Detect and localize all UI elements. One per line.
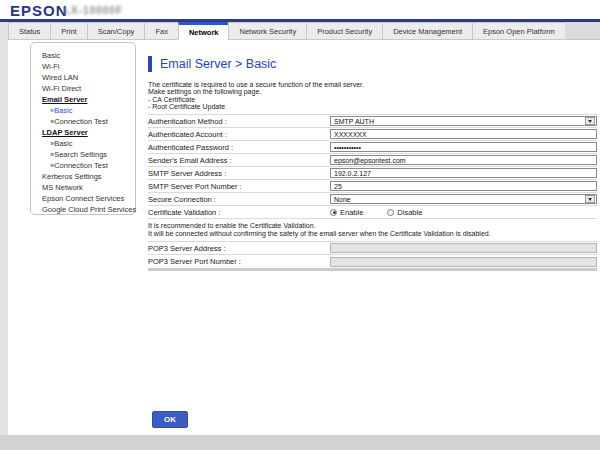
form-row-pop3-server-port: POP3 Server Port Number :	[148, 255, 597, 268]
sender-email-input[interactable]	[330, 155, 597, 165]
smtp-server-port-input[interactable]	[330, 181, 597, 191]
top-tab-bar: Status Print Scan/Copy Fax Network Netwo…	[8, 22, 600, 40]
tab-status[interactable]: Status	[8, 22, 51, 40]
tab-network[interactable]: Network	[178, 22, 230, 40]
main-content: Email Server > Basic The certificate is …	[148, 55, 597, 271]
pop3-server-address-input	[330, 243, 597, 253]
sidebar-item-google-cloud-print-services[interactable]: Google Cloud Print Services	[31, 204, 135, 215]
intro-line: Make settings on the following page.	[148, 88, 597, 95]
radio-enable-label: Enable	[340, 208, 363, 217]
sidebar-item-wifi[interactable]: Wi-Fi	[31, 61, 135, 72]
tab-bar-filler	[565, 22, 600, 40]
certificate-validation-note: It is recommended to enable the Certific…	[148, 219, 597, 241]
tab-device-management[interactable]: Device Management	[382, 22, 473, 40]
radio-disable-label: Disable	[397, 208, 422, 217]
form-row-sender-email: Sender's Email Address :	[148, 154, 597, 167]
form-row-smtp-server-port: SMTP Server Port Number :	[148, 180, 597, 193]
certificate-validation-radios: Enable Disable	[330, 208, 446, 217]
form-row-certificate-validation: Certificate Validation : Enable Disable	[148, 206, 597, 219]
field-label: Authentication Method :	[148, 117, 330, 126]
field-label: Certificate Validation :	[148, 208, 330, 217]
form-row-pop3-server-address: POP3 Server Address :	[148, 242, 597, 255]
intro-line: - Root Certificate Update	[148, 103, 597, 110]
intro-line: The certificate is required to use a sec…	[148, 81, 597, 88]
email-server-form: Authentication Method : SMTP AUTH Authen…	[148, 114, 597, 219]
radio-disable[interactable]: Disable	[387, 208, 422, 217]
page-bottom-bar	[0, 435, 600, 450]
form-row-smtp-server-address: SMTP Server Address :	[148, 167, 597, 180]
form-row-authenticated-password: Authenticated Password :	[148, 141, 597, 154]
sidebar-item-email-connection-test[interactable]: »Connection Test	[31, 116, 135, 127]
authenticated-account-input[interactable]	[330, 129, 597, 139]
tab-network-security[interactable]: Network Security	[228, 22, 307, 40]
printer-model-label: LX-10000F	[64, 5, 123, 16]
field-label: POP3 Server Address :	[148, 244, 330, 253]
intro-text: The certificate is required to use a sec…	[148, 81, 597, 110]
page-left-gutter	[0, 22, 8, 435]
sidebar-item-ldap-connection-test[interactable]: »Connection Test	[31, 160, 135, 171]
epson-logo: EPSON	[10, 2, 68, 19]
field-label: Authenticated Password :	[148, 143, 330, 152]
intro-line: - CA Certificate	[148, 96, 597, 103]
pop3-server-port-input	[330, 257, 597, 267]
sidebar-item-basic[interactable]: Basic	[31, 50, 135, 61]
sidebar-item-ldap-basic[interactable]: »Basic	[31, 138, 135, 149]
radio-enable[interactable]: Enable	[330, 208, 363, 217]
sidebar-item-ms-network[interactable]: MS Network	[31, 182, 135, 193]
tab-scan-copy[interactable]: Scan/Copy	[87, 22, 146, 40]
form-row-secure-connection: Secure Connection : None	[148, 193, 597, 206]
epson-web-config-page: EPSON LX-10000F Status Print Scan/Copy F…	[0, 0, 600, 450]
field-label: Authenticated Account :	[148, 130, 330, 139]
chevron-down-icon[interactable]	[585, 117, 595, 125]
page-title-row: Email Server > Basic	[148, 55, 597, 72]
sidebar-item-wifi-direct[interactable]: Wi-Fi Direct	[31, 83, 135, 94]
secure-connection-select[interactable]: None	[330, 194, 597, 204]
field-label: SMTP Server Port Number :	[148, 182, 330, 191]
form-row-authenticated-account: Authenticated Account :	[148, 128, 597, 141]
sidebar-item-epson-connect-services[interactable]: Epson Connect Services	[31, 193, 135, 204]
sidebar-item-email-server[interactable]: Email Server	[31, 94, 135, 105]
smtp-server-address-input[interactable]	[330, 168, 597, 178]
sidebar-item-email-server-basic[interactable]: »Basic	[31, 105, 135, 116]
radio-unselected-icon[interactable]	[387, 209, 394, 216]
network-sidebar: Basic Wi-Fi Wired LAN Wi-Fi Direct Email…	[30, 42, 136, 215]
note-line: It will be connected without confirming …	[148, 230, 597, 238]
tab-print[interactable]: Print	[50, 22, 87, 40]
sidebar-item-kerberos-settings[interactable]: Kerberos Settings	[31, 171, 135, 182]
field-label: POP3 Server Port Number :	[148, 257, 330, 266]
ok-button[interactable]: OK	[152, 411, 188, 428]
field-label: SMTP Server Address :	[148, 169, 330, 178]
field-label: Sender's Email Address :	[148, 156, 330, 165]
select-value: None	[331, 196, 351, 203]
pop3-section: POP3 Server Address : POP3 Server Port N…	[148, 241, 597, 271]
chevron-down-icon[interactable]	[585, 195, 595, 203]
tab-epson-open-platform[interactable]: Epson Open Platform	[472, 22, 566, 40]
sidebar-item-ldap-server[interactable]: LDAP Server	[31, 127, 135, 138]
tab-fax[interactable]: Fax	[144, 22, 179, 40]
authentication-method-select[interactable]: SMTP AUTH	[330, 116, 597, 126]
sidebar-item-ldap-search-settings[interactable]: »Search Settings	[31, 149, 135, 160]
field-label: Secure Connection :	[148, 195, 330, 204]
sidebar-item-wired-lan[interactable]: Wired LAN	[31, 72, 135, 83]
tab-product-security[interactable]: Product Security	[306, 22, 383, 40]
title-accent-bar	[148, 56, 152, 72]
radio-selected-icon[interactable]	[330, 209, 337, 216]
form-row-authentication-method: Authentication Method : SMTP AUTH	[148, 115, 597, 128]
select-value: SMTP AUTH	[331, 118, 374, 125]
page-title: Email Server > Basic	[160, 57, 276, 71]
authenticated-password-input[interactable]	[330, 142, 597, 152]
note-line: It is recommended to enable the Certific…	[148, 222, 597, 230]
